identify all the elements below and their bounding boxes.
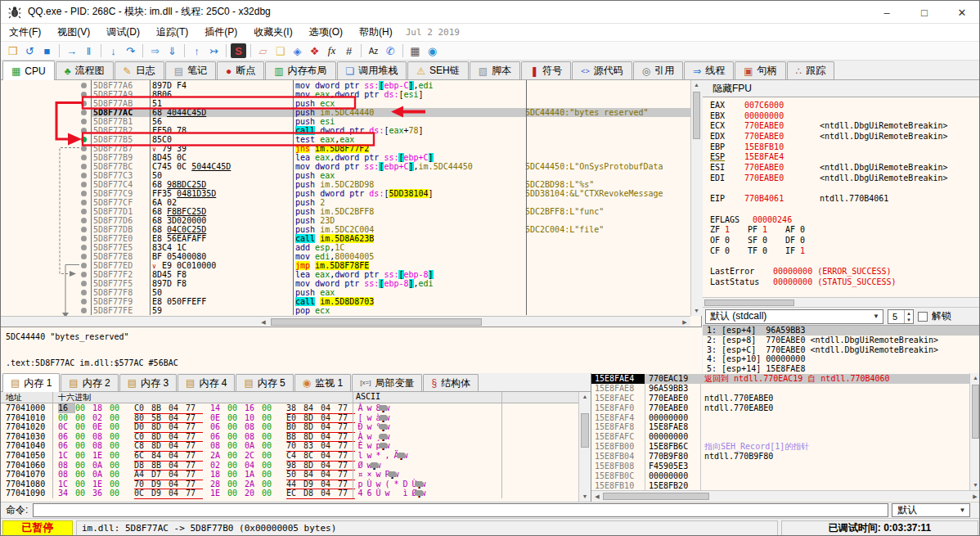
dump-byte[interactable]: 5B <box>151 413 169 423</box>
row-dot[interactable] <box>81 290 87 295</box>
dump-byte[interactable]: 00 <box>227 461 245 471</box>
tab-memory-1[interactable]: ▤内存 1 <box>2 373 60 392</box>
dump-byte[interactable]: 0C <box>134 489 151 498</box>
command-input[interactable] <box>33 503 888 517</box>
dump-byte[interactable]: 77 <box>186 489 203 498</box>
dump-byte[interactable]: 00 <box>262 422 279 432</box>
dump-row[interactable]: 7704100016001800C08B04771400160038840477… <box>1 403 578 413</box>
disasm-row[interactable]: 5D8F77A98B06mov eax,dword ptr ds:[esi] <box>1 90 690 99</box>
tab-references[interactable]: ◎引用 <box>633 61 683 79</box>
dump-byte[interactable]: C4 <box>286 451 303 461</box>
dump-byte[interactable]: 04 <box>321 403 338 413</box>
dump-byte[interactable]: 00 <box>262 480 279 489</box>
dump-byte[interactable]: B8 <box>286 432 303 442</box>
dump-byte[interactable]: 04 <box>321 441 338 451</box>
row-dot[interactable] <box>81 200 87 205</box>
dump-row[interactable]: 77041090340036000CD904771E002000ECD80477… <box>1 489 578 498</box>
disasm-row[interactable]: 5D8F77B156push esi <box>1 117 690 126</box>
dump-byte[interactable]: 18 <box>210 470 227 480</box>
command-mode-select[interactable]: 默认 ▼ <box>892 503 970 517</box>
dump-byte[interactable]: 83 <box>303 441 321 451</box>
unlock-checkbox[interactable] <box>918 312 928 322</box>
registers-hscrollbar[interactable] <box>703 297 980 307</box>
row-dot[interactable] <box>81 128 87 133</box>
dump-byte[interactable]: 00 <box>227 441 245 451</box>
disasm-row[interactable]: 5D8F77BCC745 0C 5044C45Dmov dword ptr ss… <box>1 162 690 171</box>
row-dot[interactable] <box>81 209 87 214</box>
tab-memory-map[interactable]: ▥内存布局 <box>265 61 335 79</box>
disasm-row[interactable]: 5D8F77F9E8 050FFEFFcall im.5D8D8703 <box>1 297 690 306</box>
dump-byte[interactable]: 80 <box>134 413 151 423</box>
dump-byte[interactable]: 00 <box>75 451 92 461</box>
dump-byte[interactable]: 16 <box>245 403 262 413</box>
disasm-row[interactable]: 5D8F77B2FF50 78call dword ptr ds:[eax+78… <box>1 126 690 135</box>
dump-byte[interactable]: 1C <box>58 480 75 489</box>
run-icon[interactable]: → <box>63 43 80 59</box>
dump-byte[interactable]: 00 <box>227 470 245 480</box>
dump-byte[interactable]: 00 <box>75 432 92 442</box>
dump-byte[interactable]: 00 <box>75 441 92 451</box>
disasm-row[interactable]: 5D8F77B7∨79 39jns im.5D8F77F2 <box>1 144 690 153</box>
disasm-row[interactable]: 5D8F77C9FF35 0481D35Dpush dword ptr ds:[… <box>1 189 690 198</box>
dump-byte[interactable]: 44 <box>286 480 303 489</box>
run-to-selection-icon[interactable]: ⇒ <box>146 43 164 59</box>
dump-row[interactable]: 7704104006000800C88D047708000A0070830477… <box>1 441 578 451</box>
dump-byte[interactable]: 1E <box>92 451 110 461</box>
dump-byte[interactable]: 8D <box>303 413 321 423</box>
dump-byte[interactable]: 2A <box>245 480 262 489</box>
dump-byte[interactable]: 2A <box>210 451 227 461</box>
dump-byte[interactable]: 02 <box>210 461 227 471</box>
dump-byte[interactable]: 00 <box>75 480 92 489</box>
dump-byte[interactable]: 0A <box>92 470 110 480</box>
dump-byte[interactable]: 00 <box>262 489 279 498</box>
disasm-row[interactable]: 5D8F77B585C0test eax,eax <box>1 135 690 144</box>
disasm-row[interactable]: 5D8F77FE59pop ecx <box>1 306 690 315</box>
dump-byte[interactable]: 00 <box>75 413 92 423</box>
dump-byte[interactable]: 00 <box>110 413 127 423</box>
row-dot[interactable] <box>81 263 87 268</box>
dump-byte[interactable]: D8 <box>134 461 151 471</box>
dump-byte[interactable]: 04 <box>321 413 338 423</box>
row-dot[interactable] <box>81 299 87 304</box>
menu-item[interactable]: 帮助(H) <box>351 23 401 42</box>
options-globe-icon[interactable]: ◉ <box>424 43 441 59</box>
strings-icon[interactable]: Az <box>365 43 382 59</box>
disasm-row[interactable]: 5D8F77CF6A 02push 2 <box>1 198 690 207</box>
tab-watch-1[interactable]: ◉监视 1 <box>294 374 352 391</box>
dump-vscrollbar[interactable]: ▲ ▼ <box>578 392 591 502</box>
dump-byte[interactable]: 04 <box>321 432 338 442</box>
stack-row[interactable]: 15E8FAF400000000 <box>591 413 969 423</box>
stack-row[interactable]: 15E8FB04770B9F80ntdll.770B9F80 <box>591 452 969 462</box>
dump-byte[interactable]: D9 <box>151 480 169 489</box>
row-dot[interactable] <box>81 173 87 178</box>
tab-script[interactable]: ▧脚本 <box>470 61 520 79</box>
breakpoint-dot[interactable] <box>81 137 87 142</box>
dump-byte[interactable]: 04 <box>321 461 338 471</box>
stack-row[interactable]: 15E8FAEC770EABE0ntdll.770EABE0 <box>591 394 969 403</box>
tab-symbols[interactable]: ❚符号 <box>521 61 571 79</box>
dump-byte[interactable]: 00 <box>262 413 279 423</box>
dump-byte[interactable]: 00 <box>75 403 92 413</box>
dump-byte[interactable]: 00 <box>110 422 127 432</box>
tab-memory-5[interactable]: ▤内存 5 <box>236 374 293 391</box>
menu-item[interactable]: 选项(O) <box>301 23 351 42</box>
dump-byte[interactable]: 08 <box>58 461 75 471</box>
tab-trace[interactable]: ∴跟踪 <box>787 61 835 79</box>
dump-byte[interactable]: C8 <box>134 441 151 451</box>
dump-byte[interactable]: 00 <box>110 470 127 480</box>
dump-byte[interactable]: 00 <box>110 451 127 461</box>
dump-byte[interactable]: B0 <box>286 422 303 432</box>
tab-struct[interactable]: §结构体 <box>423 374 479 391</box>
dump-byte[interactable]: 04 <box>169 451 186 461</box>
dump-byte[interactable]: 00 <box>262 403 279 413</box>
dump-byte[interactable]: 00 <box>262 441 279 451</box>
execute-till-return-icon[interactable]: ⇓ <box>164 43 181 59</box>
row-dot[interactable] <box>81 254 87 259</box>
dump-byte[interactable]: 8D <box>303 432 321 442</box>
dump-byte[interactable]: D0 <box>134 422 151 432</box>
dump-byte[interactable]: 84 <box>151 451 169 461</box>
dump-byte[interactable]: D9 <box>151 489 169 498</box>
close-button[interactable]: ✕ <box>943 1 980 24</box>
dump-byte[interactable]: 1E <box>210 489 227 498</box>
step-over-icon[interactable]: ↷ <box>122 43 139 59</box>
